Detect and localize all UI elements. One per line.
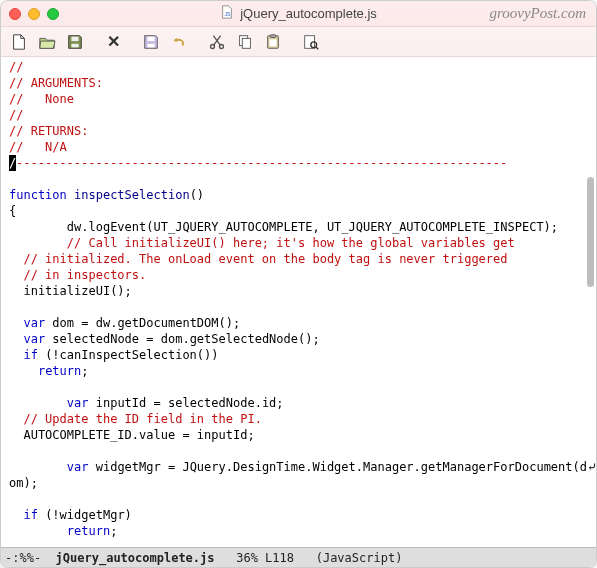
save-file-button[interactable] (63, 30, 87, 54)
status-mode-indicator: -:%%- (5, 551, 56, 565)
paste-button[interactable] (261, 30, 285, 54)
line-wrap-icon: ⤶ (587, 460, 596, 474)
comment: // Call initializeUI() here; it's how th… (9, 236, 515, 250)
svg-text:JS: JS (225, 11, 232, 17)
code-text: ; (81, 364, 88, 378)
close-icon: ✕ (105, 32, 122, 51)
status-position: 36% L118 (215, 551, 316, 565)
keyword: var (23, 332, 45, 346)
comment: // Update the ID field in the PI. (9, 412, 262, 426)
cut-button[interactable] (205, 30, 229, 54)
code-text: dw.logEvent(UT_JQUERY_AUTOCOMPLETE, UT_J… (9, 220, 558, 234)
code-text (9, 396, 67, 410)
editor-window: JS jQuery_autocomplete.js groovyPost.com… (0, 0, 597, 568)
comment: // N/A (9, 140, 67, 154)
code-text (9, 524, 67, 538)
code-text: () (190, 188, 204, 202)
svg-rect-3 (147, 36, 154, 41)
toolbar: ✕ (1, 27, 596, 57)
comment: ----------------------------------------… (16, 156, 507, 170)
zoom-window-button[interactable] (47, 8, 59, 20)
scrollbar-thumb[interactable] (587, 177, 594, 287)
keyword: if (23, 348, 37, 362)
code-text: ; (110, 524, 117, 538)
window-title: JS jQuery_autocomplete.js (1, 5, 596, 22)
close-window-button[interactable] (9, 8, 21, 20)
comment: // (9, 60, 23, 74)
keyword: var (67, 460, 89, 474)
code-text: AUTOCOMPLETE_ID.value = inputId; (9, 428, 255, 442)
function-name: inspectSelection (67, 188, 190, 202)
comment: // initialized. The onLoad event on the … (9, 252, 508, 266)
undo-button[interactable] (167, 30, 191, 54)
code-text (9, 316, 23, 330)
code-text: widgetMgr = JQuery.DesignTime.Widget.Man… (88, 460, 587, 474)
svg-rect-11 (269, 39, 276, 46)
code-text: om); (9, 476, 38, 490)
editor-area[interactable]: // // ARGUMENTS: // None // // RETURNS: … (1, 57, 596, 547)
status-bar: -:%%- jQuery_autocomplete.js 36% L118 (J… (1, 547, 596, 567)
keyword: if (23, 508, 37, 522)
open-file-button[interactable] (35, 30, 59, 54)
keyword: function (9, 188, 67, 202)
svg-rect-4 (147, 43, 154, 47)
svg-rect-8 (242, 38, 250, 48)
code-text (9, 460, 67, 474)
new-file-button[interactable] (7, 30, 31, 54)
code-text: dom = dw.getDocumentDOM(); (45, 316, 240, 330)
copy-button[interactable] (233, 30, 257, 54)
code-text: initializeUI(); (9, 284, 132, 298)
svg-rect-2 (71, 43, 78, 47)
comment: // in inspectors. (9, 268, 146, 282)
watermark: groovyPost.com (489, 5, 586, 22)
comment: // RETURNS: (9, 124, 88, 138)
svg-rect-1 (71, 36, 78, 41)
window-controls (9, 8, 59, 20)
text-cursor: / (9, 155, 16, 171)
status-major-mode: (JavaScript) (316, 551, 403, 565)
find-button[interactable] (299, 30, 323, 54)
window-title-text: jQuery_autocomplete.js (240, 6, 377, 21)
file-icon: JS (220, 5, 234, 22)
close-buffer-button[interactable]: ✕ (101, 30, 125, 54)
comment: // None (9, 92, 74, 106)
code-editor[interactable]: // // ARGUMENTS: // None // // RETURNS: … (1, 57, 596, 547)
titlebar: JS jQuery_autocomplete.js groovyPost.com (1, 1, 596, 27)
keyword: return (67, 524, 110, 538)
save-disk-button[interactable] (139, 30, 163, 54)
code-text: (!widgetMgr) (38, 508, 132, 522)
keyword: var (67, 396, 89, 410)
code-text: selectedNode = dom.getSelectedNode(); (45, 332, 320, 346)
status-filename: jQuery_autocomplete.js (56, 551, 215, 565)
comment: // ARGUMENTS: (9, 76, 103, 90)
code-text (9, 348, 23, 362)
code-text (9, 364, 38, 378)
code-text: { (9, 204, 16, 218)
code-text: inputId = selectedNode.id; (88, 396, 283, 410)
code-text (9, 332, 23, 346)
svg-point-5 (211, 44, 215, 48)
minimize-window-button[interactable] (28, 8, 40, 20)
comment: // (9, 108, 23, 122)
code-text: (!canInspectSelection()) (38, 348, 219, 362)
code-text (9, 508, 23, 522)
svg-point-6 (220, 44, 224, 48)
keyword: var (23, 316, 45, 330)
svg-rect-10 (270, 34, 275, 37)
keyword: return (38, 364, 81, 378)
